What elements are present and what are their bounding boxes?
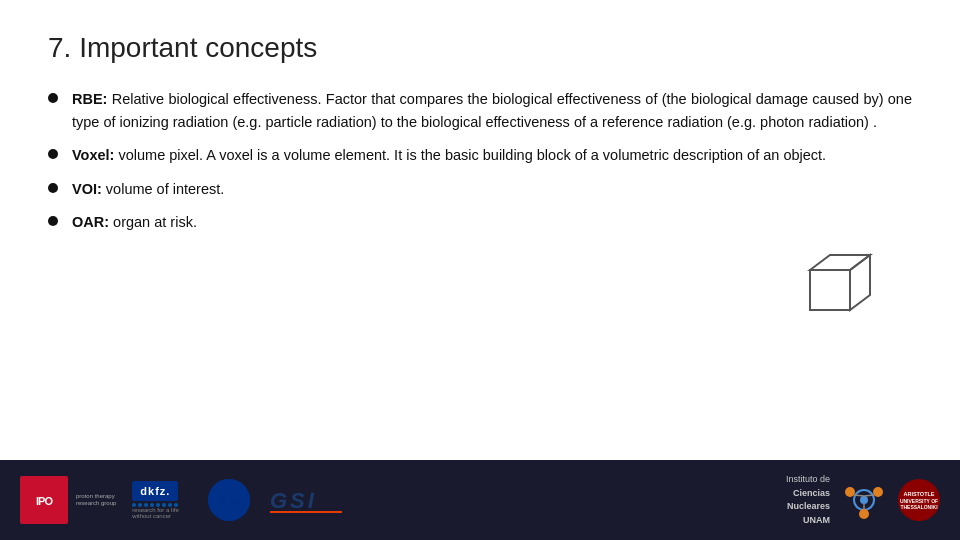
list-item: VOI: volume of interest. xyxy=(48,178,912,201)
cern-logo: CERN xyxy=(208,479,250,521)
svg-marker-2 xyxy=(850,255,870,310)
ipo-logo-group: IPO proton therapyresearch group xyxy=(20,476,116,524)
instituto-text: Instituto de Ciencias Nucleares UNAM xyxy=(786,473,830,527)
ipo-subtitle: proton therapyresearch group xyxy=(76,493,116,507)
svg-text:ARISTOTLE: ARISTOTLE xyxy=(903,491,934,497)
list-item: OAR: organ at risk. xyxy=(48,211,912,234)
oar-bold: OAR: xyxy=(72,214,109,230)
gsi-logo-group: GSI xyxy=(266,484,346,516)
bullet-text-rbe: RBE: Relative biological effectiveness. … xyxy=(72,88,912,134)
main-content: 7. Important concepts RBE: Relative biol… xyxy=(0,0,960,234)
bullet-dot xyxy=(48,183,58,193)
list-item: RBE: Relative biological effectiveness. … xyxy=(48,88,912,134)
voxel-bold: Voxel: xyxy=(72,147,114,163)
svg-point-13 xyxy=(873,487,883,497)
rbe-text: Relative biological effectiveness. Facto… xyxy=(72,91,912,130)
aristotle-logo: ARISTOTLE UNIVERSITY OF THESSALONIKI xyxy=(898,479,940,521)
dkfz-logo: dkfz. xyxy=(132,481,178,501)
svg-text:GSI: GSI xyxy=(270,488,317,513)
rbe-bold: RBE: xyxy=(72,91,107,107)
dkfz-subtitle: research for a life without cancer xyxy=(132,507,192,519)
svg-point-14 xyxy=(859,509,869,519)
bullet-text-oar: OAR: organ at risk. xyxy=(72,211,912,234)
oar-text: organ at risk. xyxy=(109,214,197,230)
bullet-list: RBE: Relative biological effectiveness. … xyxy=(48,88,912,234)
svg-text:THESSALONIKI: THESSALONIKI xyxy=(900,504,938,510)
molecule-icon xyxy=(842,478,886,522)
dkfz-logo-group: dkfz. research for a life without cancer xyxy=(132,481,192,519)
svg-point-12 xyxy=(845,487,855,497)
svg-line-15 xyxy=(854,495,864,496)
svg-line-16 xyxy=(864,495,874,496)
footer: IPO proton therapyresearch group dkfz. r… xyxy=(0,460,960,540)
cube-icon xyxy=(790,240,880,330)
voxel-text: volume pixel. A voxel is a volume elemen… xyxy=(114,147,826,163)
svg-text:CERN: CERN xyxy=(218,497,241,506)
bullet-dot xyxy=(48,149,58,159)
cube-illustration xyxy=(790,240,880,334)
svg-point-11 xyxy=(860,496,868,504)
footer-right: Instituto de Ciencias Nucleares UNAM ARI… xyxy=(786,473,940,527)
svg-text:IPO: IPO xyxy=(36,495,53,507)
svg-marker-0 xyxy=(810,270,850,310)
gsi-logo: GSI xyxy=(266,484,346,516)
bullet-dot xyxy=(48,93,58,103)
list-item: Voxel: volume pixel. A voxel is a volume… xyxy=(48,144,912,167)
bullet-text-voxel: Voxel: volume pixel. A voxel is a volume… xyxy=(72,144,912,167)
bullet-dot xyxy=(48,216,58,226)
bullet-text-voi: VOI: volume of interest. xyxy=(72,178,912,201)
page-title: 7. Important concepts xyxy=(48,32,912,64)
voi-text: volume of interest. xyxy=(102,181,225,197)
ipo-logo: IPO xyxy=(20,476,68,524)
voi-bold: VOI: xyxy=(72,181,102,197)
